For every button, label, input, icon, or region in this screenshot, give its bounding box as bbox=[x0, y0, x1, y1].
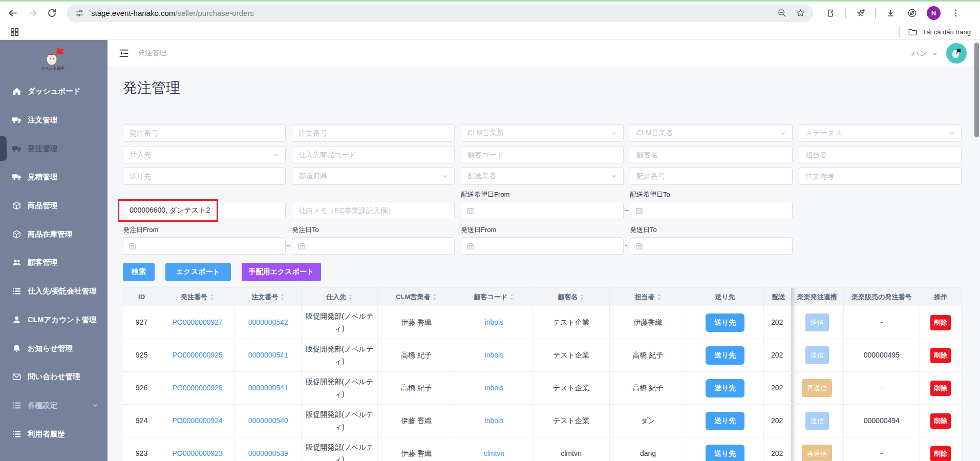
carrier-select[interactable]: 配送業者 bbox=[461, 167, 624, 185]
customer-code-input[interactable] bbox=[461, 146, 624, 163]
destination-button[interactable]: 送り先 bbox=[706, 412, 744, 430]
delete-button[interactable]: 削除 bbox=[930, 446, 951, 461]
destination-button[interactable]: 送り先 bbox=[706, 379, 744, 397]
reload-icon[interactable] bbox=[45, 7, 58, 20]
sidebar-item-purchase-order-management[interactable]: 発注管理 bbox=[0, 134, 108, 163]
search-button[interactable]: 検索 bbox=[123, 263, 155, 281]
po-number-link[interactable]: PO0000000927 bbox=[173, 318, 223, 326]
user-avatar[interactable] bbox=[946, 43, 967, 64]
back-icon[interactable] bbox=[6, 7, 19, 20]
order-number-link[interactable]: 0000000541 bbox=[248, 384, 288, 392]
sidebar-item-order-management[interactable]: 注文管理 bbox=[0, 106, 108, 135]
col-header-customer_name[interactable]: 顧客名 bbox=[533, 288, 609, 306]
sidebar-item-supplier-management[interactable]: 仕入先/委託会社管理 bbox=[0, 277, 108, 306]
col-header-order_number[interactable]: 注文番号 bbox=[235, 288, 302, 306]
delivery-date-from-input[interactable] bbox=[461, 202, 624, 219]
col-header-manager[interactable]: 担当者 bbox=[609, 288, 687, 306]
supplier-product-code-value-input[interactable] bbox=[123, 202, 286, 219]
customer-code-link[interactable]: inbois bbox=[485, 351, 504, 359]
sort-icon[interactable] bbox=[280, 294, 285, 301]
sidebar-collapse-icon[interactable] bbox=[118, 48, 130, 59]
status-select[interactable]: ステータス bbox=[799, 124, 962, 142]
star-sparkle-icon[interactable] bbox=[855, 7, 867, 19]
order-note-input[interactable] bbox=[799, 167, 962, 185]
zoom-out-icon[interactable] bbox=[776, 8, 787, 19]
po-number-input[interactable] bbox=[123, 124, 286, 142]
destination-input[interactable] bbox=[123, 167, 286, 185]
delivery-date-to-input[interactable] bbox=[630, 202, 793, 219]
customer-name-input[interactable] bbox=[630, 146, 793, 163]
rakuraku-send-chip[interactable]: 送信 bbox=[805, 412, 829, 430]
delete-button[interactable]: 削除 bbox=[930, 315, 951, 330]
sidebar-item-clm-account-management[interactable]: CLMアカウント管理 bbox=[0, 306, 108, 334]
destination-button[interactable]: 送り先 bbox=[706, 346, 744, 365]
destination-button[interactable]: 送り先 bbox=[706, 313, 744, 332]
rakuraku-send-chip[interactable]: 再送信 bbox=[802, 379, 832, 397]
bookmarks-folder-label[interactable]: Tất cả dấu trang bbox=[922, 28, 971, 36]
forward-icon[interactable] bbox=[26, 7, 39, 20]
bookmark-star-icon[interactable] bbox=[795, 8, 806, 19]
col-header-customer_code[interactable]: 顧客コード bbox=[455, 288, 533, 306]
sort-icon[interactable] bbox=[209, 294, 214, 301]
sort-icon[interactable] bbox=[348, 294, 353, 301]
order-number-link[interactable]: 0000000542 bbox=[248, 318, 288, 326]
delete-button[interactable]: 削除 bbox=[930, 381, 951, 396]
customer-code-link[interactable]: inbois bbox=[485, 318, 504, 326]
po-number-link[interactable]: PO0000000926 bbox=[173, 384, 223, 392]
sidebar-item-dashboard[interactable]: ダッシュボード bbox=[0, 77, 108, 106]
app-logo[interactable]: イベント花子 bbox=[0, 40, 108, 77]
manager-input[interactable] bbox=[799, 146, 962, 163]
apps-grid-icon[interactable] bbox=[8, 26, 20, 38]
delete-button[interactable]: 削除 bbox=[930, 413, 951, 429]
po-number-link[interactable]: PO0000000925 bbox=[173, 351, 223, 359]
downloads-icon[interactable] bbox=[884, 7, 897, 19]
po-date-to-input[interactable] bbox=[292, 237, 455, 255]
order-number-input[interactable] bbox=[292, 124, 455, 142]
customer-code-link[interactable]: inbois bbox=[485, 384, 504, 392]
po-number-link[interactable]: PO0000000924 bbox=[173, 416, 223, 425]
user-name[interactable]: ハン bbox=[911, 49, 927, 58]
browser-menu-icon[interactable] bbox=[949, 7, 962, 19]
sort-icon[interactable] bbox=[432, 294, 437, 301]
export-button[interactable]: エクスポート bbox=[165, 263, 231, 281]
po-date-from-input[interactable] bbox=[123, 237, 286, 255]
order-number-link[interactable]: 0000000539 bbox=[248, 449, 288, 457]
sidebar-item-user-history[interactable]: 利用者履歴 bbox=[0, 420, 108, 448]
page-scrollbar[interactable] bbox=[974, 43, 979, 457]
sidebar-item-notification-management[interactable]: お知らせ管理 bbox=[0, 334, 108, 363]
address-bar[interactable]: stage.event-hanako.com/seller/purchase-o… bbox=[67, 5, 813, 22]
internal-memo-input[interactable] bbox=[292, 202, 455, 219]
sort-icon[interactable] bbox=[657, 294, 662, 301]
sidebar-item-product-stock-management[interactable]: 商品在庫管理 bbox=[0, 220, 108, 248]
col-header-supplier[interactable]: 仕入先 bbox=[302, 288, 378, 306]
prefecture-select[interactable]: 都道府県 bbox=[292, 167, 455, 185]
sidebar-item-inquiry-management[interactable]: 問い合わせ管理 bbox=[0, 363, 108, 391]
destination-button[interactable]: 送り先 bbox=[706, 445, 744, 461]
order-number-link[interactable]: 0000000541 bbox=[248, 351, 288, 359]
po-number-link[interactable]: PO0000000923 bbox=[173, 449, 223, 457]
order-number-link[interactable]: 0000000540 bbox=[248, 416, 288, 425]
extensions-icon[interactable] bbox=[825, 7, 837, 19]
chevron-down-icon[interactable] bbox=[931, 50, 938, 57]
sidebar-item-settings[interactable]: 各種設定 bbox=[0, 391, 108, 420]
delete-button[interactable]: 削除 bbox=[930, 348, 951, 363]
browser-profile-avatar[interactable]: N bbox=[927, 6, 941, 20]
ship-date-to-input[interactable] bbox=[630, 237, 793, 255]
ship-date-from-input[interactable] bbox=[461, 237, 624, 255]
scrollbar-thumb[interactable] bbox=[974, 43, 979, 137]
rakuraku-send-chip[interactable]: 送信 bbox=[805, 313, 829, 331]
sort-icon[interactable] bbox=[580, 294, 584, 301]
supplier-product-code-input[interactable] bbox=[292, 146, 455, 163]
rakuraku-send-chip[interactable]: 送信 bbox=[805, 346, 829, 364]
tracking-number-input[interactable] bbox=[630, 167, 793, 185]
leaf-icon[interactable] bbox=[906, 7, 918, 19]
customer-code-link[interactable]: inbois bbox=[485, 416, 504, 425]
customer-code-link[interactable]: clmtvn bbox=[484, 449, 504, 457]
site-info-icon[interactable] bbox=[74, 8, 85, 19]
supplier-select[interactable]: 仕入先 bbox=[123, 146, 286, 163]
arrange-export-button[interactable]: 手配用エクスポート bbox=[242, 263, 322, 281]
rakuraku-send-chip[interactable]: 再送信 bbox=[802, 445, 832, 461]
clm-sales-select[interactable]: CLM営業者 bbox=[630, 124, 793, 142]
sidebar-item-customer-management[interactable]: 顧客管理 bbox=[0, 248, 108, 277]
sidebar-item-quote-management[interactable]: 見積管理 bbox=[0, 163, 108, 192]
